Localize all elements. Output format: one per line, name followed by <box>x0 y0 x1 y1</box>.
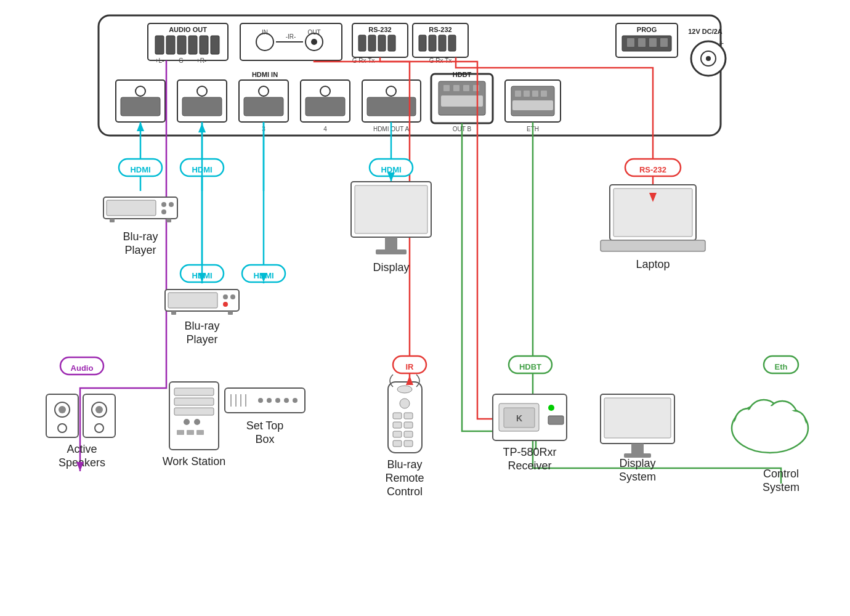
svg-rect-172 <box>604 398 671 438</box>
svg-rect-169 <box>548 416 564 424</box>
svg-text:HDBT: HDBT <box>453 71 472 78</box>
bluray-player-2-label: Blu-ray <box>184 320 219 332</box>
svg-rect-105 <box>166 219 171 222</box>
svg-rect-133 <box>174 398 214 405</box>
control-system-label: Control <box>763 468 799 480</box>
hdmi-badge-1: HDMI <box>130 165 150 174</box>
svg-rect-41 <box>660 38 668 47</box>
svg-rect-82 <box>541 91 547 97</box>
svg-text:G Rx Tx: G Rx Tx <box>429 57 451 64</box>
svg-rect-81 <box>532 91 538 97</box>
svg-rect-72 <box>463 85 469 91</box>
bluray-remote-label: Blu-ray <box>387 458 422 471</box>
svg-point-110 <box>230 294 235 299</box>
settopbox-label: Set Top <box>246 419 284 432</box>
svg-rect-161 <box>404 440 413 447</box>
svg-text:Player: Player <box>124 244 156 256</box>
svg-rect-40 <box>649 38 657 47</box>
svg-text:Player: Player <box>186 333 217 346</box>
svg-rect-157 <box>404 422 413 428</box>
display-system-label: Display <box>619 457 655 469</box>
svg-rect-16 <box>368 35 376 51</box>
svg-text:Control: Control <box>387 485 423 498</box>
svg-point-168 <box>548 405 554 411</box>
svg-rect-71 <box>453 85 459 91</box>
svg-point-147 <box>275 398 280 403</box>
svg-rect-62 <box>306 97 345 116</box>
svg-text:IN: IN <box>262 29 268 36</box>
control-system <box>732 400 808 453</box>
settopbox-device <box>225 388 305 413</box>
svg-rect-160 <box>393 440 402 447</box>
tp580rxr-label: TP-580Rxr <box>503 446 556 458</box>
active-speakers-label: Active <box>67 443 97 455</box>
svg-text:System: System <box>619 471 656 483</box>
svg-point-101 <box>161 202 166 207</box>
svg-rect-83 <box>512 100 553 110</box>
svg-text:OUT: OUT <box>307 29 320 36</box>
svg-point-153 <box>400 399 410 408</box>
svg-rect-24 <box>439 35 446 51</box>
svg-point-109 <box>223 294 228 299</box>
svg-text:G Rx Tx: G Rx Tx <box>352 57 374 64</box>
svg-text:4: 4 <box>323 126 327 132</box>
svg-rect-113 <box>228 311 233 315</box>
svg-text:Receiver: Receiver <box>508 460 551 472</box>
svg-point-152 <box>397 386 412 393</box>
svg-point-145 <box>258 398 263 403</box>
ir-badge: IR <box>406 362 415 371</box>
svg-text:RS-232: RS-232 <box>429 26 451 33</box>
svg-text:+: + <box>719 38 724 48</box>
svg-rect-159 <box>404 431 413 437</box>
audio-badge: Audio <box>71 363 94 373</box>
svg-rect-156 <box>393 422 402 428</box>
svg-rect-73 <box>473 85 479 91</box>
svg-text:12V DC/2A: 12V DC/2A <box>688 28 722 35</box>
svg-point-103 <box>161 209 166 214</box>
svg-point-45 <box>706 56 711 61</box>
svg-rect-23 <box>429 35 436 51</box>
svg-text:+L-: +L- <box>155 57 164 64</box>
svg-marker-188 <box>406 376 413 385</box>
svg-rect-17 <box>378 35 386 51</box>
svg-point-61 <box>320 86 330 96</box>
svg-rect-155 <box>404 413 413 419</box>
svg-text:PROG: PROG <box>637 26 657 33</box>
svg-point-28 <box>256 33 273 51</box>
svg-rect-138 <box>187 430 194 435</box>
svg-point-125 <box>58 424 67 432</box>
rs232-badge: RS-232 <box>639 165 666 174</box>
svg-rect-104 <box>110 219 115 222</box>
svg-point-135 <box>184 419 190 425</box>
svg-point-146 <box>267 398 272 403</box>
svg-text:AUDIO OUT: AUDIO OUT <box>169 26 207 33</box>
svg-rect-108 <box>168 293 217 308</box>
eth-badge: Eth <box>775 362 788 371</box>
svg-rect-3 <box>155 36 164 54</box>
svg-text:G: G <box>179 57 184 64</box>
svg-point-65 <box>386 86 396 96</box>
tp580rxr: K <box>493 394 567 440</box>
workstation-label: Work Station <box>163 455 226 468</box>
svg-rect-137 <box>177 430 184 435</box>
svg-rect-100 <box>107 200 156 216</box>
svg-rect-8 <box>211 36 219 54</box>
svg-text:HDMI IN: HDMI IN <box>252 71 278 78</box>
svg-rect-117 <box>385 237 397 249</box>
svg-text:Remote: Remote <box>385 472 424 484</box>
svg-point-129 <box>95 424 103 432</box>
svg-rect-116 <box>355 185 427 233</box>
svg-point-111 <box>223 302 228 307</box>
svg-rect-112 <box>171 311 176 315</box>
svg-rect-132 <box>174 388 214 395</box>
hdbt-badge: HDBT <box>519 362 541 371</box>
svg-rect-54 <box>182 97 222 116</box>
svg-rect-154 <box>393 413 402 419</box>
svg-text:Box: Box <box>255 433 274 445</box>
svg-rect-50 <box>121 97 160 116</box>
svg-rect-15 <box>358 35 366 51</box>
svg-text:System: System <box>763 481 799 493</box>
svg-rect-4 <box>166 36 175 54</box>
svg-point-136 <box>194 419 200 425</box>
svg-point-31 <box>311 39 317 45</box>
